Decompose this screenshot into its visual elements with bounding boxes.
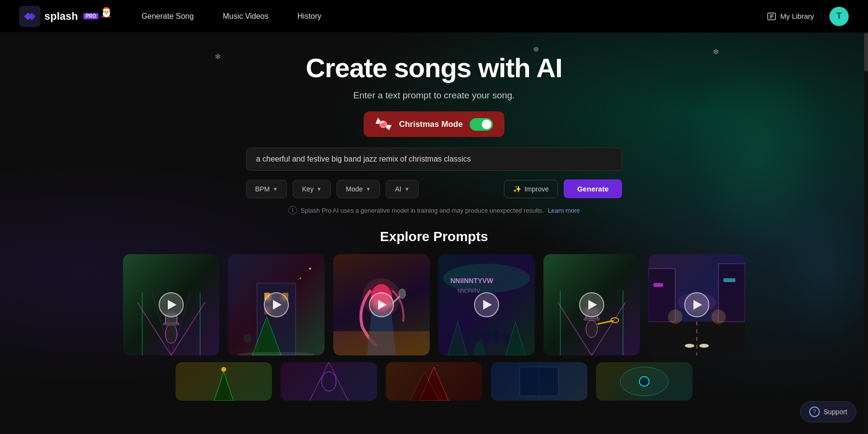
page-title: Create songs with AI bbox=[306, 52, 562, 83]
toggle-knob bbox=[482, 120, 491, 129]
hero-section: ❄ ❄ ❄ Create songs with AI Enter a text … bbox=[0, 33, 868, 434]
my-library-button[interactable]: My Library bbox=[761, 9, 820, 24]
play-triangle-icon-4 bbox=[483, 300, 492, 310]
play-circle-5 bbox=[579, 292, 604, 317]
card-bottom-5-art bbox=[596, 362, 692, 401]
play-triangle-icon-3 bbox=[378, 300, 387, 310]
my-library-label: My Library bbox=[780, 12, 814, 20]
disclaimer-text: Splash Pro AI uses a generative model in… bbox=[301, 207, 544, 214]
library-icon bbox=[767, 12, 776, 21]
mode-label: Mode bbox=[346, 185, 363, 193]
explore-cards-row: NNIINNTYVW NNCFIITV bbox=[0, 254, 868, 355]
search-container bbox=[246, 148, 622, 171]
play-triangle-icon bbox=[168, 300, 176, 310]
svg-marker-62 bbox=[214, 372, 233, 401]
nav-right: My Library T bbox=[761, 7, 849, 26]
search-input-wrapper bbox=[246, 148, 622, 171]
disclaimer: ℹ Splash Pro AI uses a generative model … bbox=[288, 206, 580, 215]
ai-selector[interactable]: AI ▼ bbox=[386, 180, 419, 198]
controls-row: BPM ▼ Key ▼ Mode ▼ AI ▼ ✨ Improve Genera… bbox=[246, 179, 622, 198]
card-4-play[interactable] bbox=[438, 254, 535, 355]
logo-pro-badge: PRO bbox=[83, 13, 99, 19]
hero-subtitle: Enter a text prompt to create your song. bbox=[353, 90, 515, 101]
christmas-mode-toggle[interactable] bbox=[470, 118, 493, 131]
wand-icon: ✨ bbox=[513, 185, 521, 193]
explore-card-2[interactable] bbox=[228, 254, 325, 355]
support-button[interactable]: ? Support bbox=[800, 401, 856, 422]
card-3-play[interactable] bbox=[333, 254, 430, 355]
nav-history[interactable]: History bbox=[298, 12, 322, 21]
mode-chevron-icon: ▼ bbox=[366, 186, 371, 192]
navbar: splashPRO 🎅 Generate Song Music Videos H… bbox=[0, 0, 868, 33]
logo-area: splashPRO 🎅 bbox=[19, 6, 112, 27]
card-bottom-4-art bbox=[491, 362, 587, 401]
logo-text: splash bbox=[44, 10, 78, 23]
explore-card-4[interactable]: NNIINNTYVW NNCFIITV bbox=[438, 254, 535, 355]
nav-generate-song[interactable]: Generate Song bbox=[141, 12, 194, 21]
improve-label: Improve bbox=[524, 185, 549, 193]
svg-point-66 bbox=[322, 372, 336, 391]
explore-card-bottom-2[interactable] bbox=[281, 362, 377, 401]
ai-chevron-icon: ▼ bbox=[404, 186, 409, 192]
explore-card-bottom-5[interactable] bbox=[596, 362, 692, 401]
play-circle-6 bbox=[684, 292, 709, 317]
play-circle-4 bbox=[474, 292, 499, 317]
card-1-play[interactable] bbox=[123, 254, 219, 355]
play-triangle-icon-6 bbox=[693, 300, 702, 310]
bpm-label: BPM bbox=[255, 185, 270, 193]
support-icon: ? bbox=[809, 407, 820, 417]
play-circle-2 bbox=[264, 292, 289, 317]
explore-card-6[interactable] bbox=[649, 254, 745, 355]
card-bottom-1-art bbox=[176, 362, 272, 401]
card-bottom-3-art bbox=[386, 362, 482, 401]
explore-cards-row-bottom bbox=[0, 362, 868, 401]
key-chevron-icon: ▼ bbox=[316, 186, 322, 192]
explore-card-1[interactable] bbox=[123, 254, 219, 355]
improve-button[interactable]: ✨ Improve bbox=[504, 180, 558, 198]
christmas-hat-icon: 🎅 bbox=[100, 6, 112, 18]
hero-content: Create songs with AI Enter a text prompt… bbox=[0, 52, 868, 401]
card-6-play[interactable] bbox=[649, 254, 745, 355]
svg-point-72 bbox=[639, 377, 649, 386]
info-icon: ℹ bbox=[288, 206, 297, 215]
candy-cane-icon: 🍬 bbox=[374, 114, 394, 134]
card-5-play[interactable] bbox=[543, 254, 640, 355]
explore-card-bottom-1[interactable] bbox=[176, 362, 272, 401]
nav-music-videos[interactable]: Music Videos bbox=[223, 12, 269, 21]
learn-more-link[interactable]: Learn more bbox=[548, 207, 580, 214]
christmas-mode-banner: 🍬 Christmas Mode bbox=[364, 111, 504, 137]
ai-label: AI bbox=[395, 185, 401, 193]
key-selector[interactable]: Key ▼ bbox=[293, 180, 331, 198]
explore-card-5[interactable] bbox=[543, 254, 640, 355]
play-triangle-icon-5 bbox=[588, 300, 597, 310]
play-triangle-icon-2 bbox=[273, 300, 282, 310]
bpm-chevron-icon: ▼ bbox=[272, 186, 278, 192]
card-bottom-2-art bbox=[281, 362, 377, 401]
svg-point-63 bbox=[221, 367, 226, 372]
prompt-input[interactable] bbox=[256, 155, 612, 163]
nav-links: Generate Song Music Videos History bbox=[141, 12, 321, 21]
user-avatar[interactable]: T bbox=[829, 7, 849, 26]
play-circle-3 bbox=[369, 292, 394, 317]
explore-card-3[interactable] bbox=[333, 254, 430, 355]
key-label: Key bbox=[302, 185, 313, 193]
play-circle bbox=[159, 292, 184, 317]
explore-card-bottom-3[interactable] bbox=[386, 362, 482, 401]
card-2-play[interactable] bbox=[228, 254, 325, 355]
mode-selector[interactable]: Mode ▼ bbox=[337, 180, 380, 198]
generate-button[interactable]: Generate bbox=[564, 179, 622, 198]
bpm-selector[interactable]: BPM ▼ bbox=[246, 180, 287, 198]
explore-card-bottom-4[interactable] bbox=[491, 362, 587, 401]
nav-left: splashPRO 🎅 Generate Song Music Videos H… bbox=[19, 6, 322, 27]
logo-icon bbox=[19, 6, 41, 27]
christmas-mode-label: Christmas Mode bbox=[399, 120, 462, 129]
support-label: Support bbox=[824, 408, 847, 416]
explore-title: Explore Prompts bbox=[380, 229, 488, 244]
